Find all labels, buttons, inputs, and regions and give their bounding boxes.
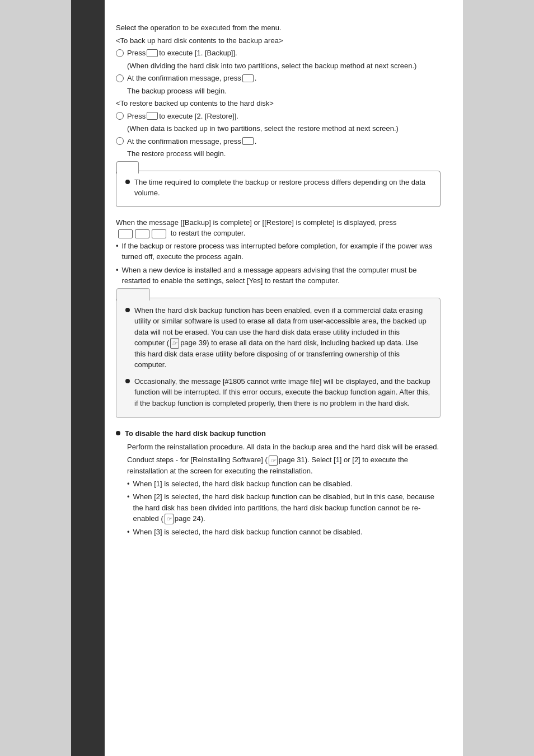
left-bar bbox=[71, 0, 105, 756]
caution-bullet-2: Occasionally, the message [#1805 cannot … bbox=[125, 376, 431, 409]
restore-note: The restore process will begin. bbox=[127, 148, 441, 159]
disable-para1: Perform the reinstallation procedure. Al… bbox=[127, 442, 441, 453]
restart-bullet-1: • If the backup or restore process was i… bbox=[116, 241, 441, 262]
content: Select the operation to be executed from… bbox=[116, 22, 441, 537]
note-text-1: The time required to complete the backup… bbox=[134, 177, 431, 199]
disable-section: To disable the hard disk backup function… bbox=[116, 428, 441, 537]
radio-circle-1 bbox=[116, 49, 124, 57]
period-2: . bbox=[255, 136, 257, 147]
execute-1: to execute [1. [Backup]]. bbox=[159, 48, 237, 59]
caution-text-1: When the hard disk backup function has b… bbox=[134, 305, 431, 370]
disable-dash-1: • bbox=[127, 478, 130, 490]
caution-tab-1 bbox=[116, 288, 150, 300]
disable-bullet-text-1: When [1] is selected, the hard disk back… bbox=[133, 478, 353, 490]
restart-bullet-text-2: When a new device is installed and a mes… bbox=[122, 265, 441, 287]
radio-circle-2 bbox=[116, 74, 124, 82]
intro-line1: Select the operation to be executed from… bbox=[116, 22, 441, 34]
key-box-1 bbox=[147, 49, 158, 57]
disable-dash-2: • bbox=[127, 491, 130, 503]
dash-bullet-1: • bbox=[116, 241, 119, 252]
ref-icon-3: ☞ bbox=[165, 514, 174, 524]
bullet-dot-1 bbox=[125, 180, 130, 184]
note-tab-1 bbox=[116, 161, 139, 173]
caution-box-1: When the hard disk backup function has b… bbox=[116, 298, 441, 419]
restart-key-3 bbox=[152, 229, 166, 238]
note-box-wrapper: The time required to complete the backup… bbox=[116, 171, 441, 207]
key-box-4 bbox=[242, 137, 254, 145]
restart-keys bbox=[118, 229, 166, 238]
disable-heading-dot bbox=[116, 431, 120, 435]
radio-circle-3 bbox=[116, 112, 124, 120]
intro-line2: <To back up hard disk contents to the ba… bbox=[116, 35, 441, 46]
restore-header: <To restore backed up contents to the ha… bbox=[116, 98, 441, 109]
radio-line-1: Press to execute [1. [Backup]]. bbox=[116, 48, 441, 59]
note-bullet-1: The time required to complete the backup… bbox=[125, 177, 431, 199]
caution-box-wrapper: When the hard disk backup function has b… bbox=[116, 298, 441, 419]
restart-section: When the message [[Backup] is complete] … bbox=[116, 217, 441, 287]
caution-text-2: Occasionally, the message [#1805 cannot … bbox=[134, 376, 431, 409]
restart-bullet-2: • When a new device is installed and a m… bbox=[116, 265, 441, 287]
disable-bullet-1: • When [1] is selected, the hard disk ba… bbox=[127, 478, 441, 490]
restart-key-2 bbox=[135, 229, 149, 238]
radio-line-3: Press to execute [2. [Restore]]. bbox=[116, 111, 441, 122]
disable-heading-line: To disable the hard disk backup function bbox=[116, 428, 441, 439]
disable-para2: Conduct steps - for [Reinstalling Softwa… bbox=[127, 454, 441, 476]
note-line-2: (When data is backed up in two partition… bbox=[127, 123, 441, 134]
radio-line-2: At the confirmation message, press . bbox=[116, 73, 441, 84]
ref-icon-2: ☞ bbox=[269, 456, 278, 466]
key-box-2 bbox=[242, 74, 254, 82]
page: Select the operation to be executed from… bbox=[71, 0, 463, 756]
radio-line-4: At the confirmation message, press . bbox=[116, 136, 441, 147]
backup-note: The backup process will begin. bbox=[127, 86, 441, 97]
caution-dot-2 bbox=[125, 379, 130, 383]
disable-bullet-3: • When [3] is selected, the hard disk ba… bbox=[127, 527, 441, 538]
period-1: . bbox=[255, 73, 257, 84]
caution-dot-1 bbox=[125, 308, 130, 312]
disable-bullet-text-3: When [3] is selected, the hard disk back… bbox=[133, 527, 363, 538]
disable-dash-3: • bbox=[127, 527, 130, 538]
restart-line: When the message [[Backup] is complete] … bbox=[116, 217, 441, 239]
restart-text1: When the message [[Backup] is complete] … bbox=[116, 218, 396, 227]
restart-bullet-text-1: If the backup or restore process was int… bbox=[122, 241, 441, 262]
dash-bullet-2: • bbox=[116, 265, 119, 276]
execute-2: to execute [2. [Restore]]. bbox=[159, 111, 238, 122]
restart-text2: to restart the computer. bbox=[171, 229, 246, 237]
disable-heading: To disable the hard disk backup function bbox=[125, 428, 266, 439]
confirm-label-2: At the confirmation message, press bbox=[127, 136, 241, 147]
disable-bullet-text-2: When [2] is selected, the hard disk back… bbox=[133, 491, 441, 524]
ref-icon-1: ☞ bbox=[170, 338, 179, 349]
restart-key-1 bbox=[118, 229, 133, 238]
note-box-1: The time required to complete the backup… bbox=[116, 171, 441, 207]
confirm-label-1: At the confirmation message, press bbox=[127, 73, 241, 84]
press-label-2: Press bbox=[127, 111, 146, 122]
key-box-3 bbox=[147, 112, 158, 120]
disable-bullet-2: • When [2] is selected, the hard disk ba… bbox=[127, 491, 441, 524]
intro-section: Select the operation to be executed from… bbox=[116, 22, 441, 159]
caution-bullet-1: When the hard disk backup function has b… bbox=[125, 305, 431, 370]
press-label-1: Press bbox=[127, 48, 146, 59]
radio-circle-4 bbox=[116, 137, 124, 145]
note-line-1: (When dividing the hard disk into two pa… bbox=[127, 60, 441, 72]
